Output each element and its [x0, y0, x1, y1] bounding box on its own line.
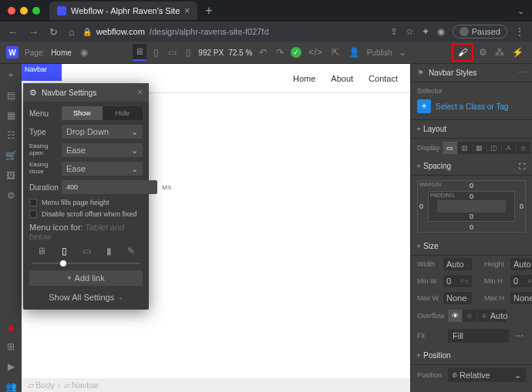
- publish-button[interactable]: Publish: [367, 49, 392, 57]
- publish-chevron-icon[interactable]: ⌄: [396, 45, 409, 60]
- window-minimize[interactable]: [20, 7, 28, 15]
- fills-height-checkbox[interactable]: [29, 199, 37, 206]
- mobile-landscape-icon[interactable]: ▭: [166, 45, 179, 60]
- tab-close-icon[interactable]: ×: [184, 5, 190, 16]
- window-maximize[interactable]: [32, 7, 40, 15]
- settings-icon[interactable]: ⚙: [7, 190, 15, 201]
- menu-show-toggle[interactable]: Show: [62, 106, 103, 120]
- selection-badge: Navbar: [22, 64, 62, 81]
- easing-open-select[interactable]: Ease⌄: [62, 143, 143, 157]
- add-element-icon[interactable]: +: [8, 70, 13, 81]
- canvas-width[interactable]: 992 PX: [198, 49, 224, 57]
- spacing-editor[interactable]: MARGIN PADDING 0 0 0 0 0 0: [417, 180, 526, 233]
- overflow-auto[interactable]: Auto: [492, 310, 506, 322]
- type-select[interactable]: Drop Down⌄: [62, 125, 143, 139]
- reload-button[interactable]: ↻: [49, 26, 58, 38]
- home-button[interactable]: ⌂: [69, 26, 75, 38]
- new-tab-button[interactable]: +: [205, 4, 212, 18]
- display-inline-block[interactable]: ◫: [487, 142, 501, 154]
- device-landscape-icon[interactable]: ▭: [82, 246, 91, 256]
- breakpoint-slider[interactable]: [32, 263, 140, 264]
- help-icon[interactable]: ⊞: [7, 341, 15, 352]
- device-edit-icon[interactable]: ✎: [127, 246, 135, 256]
- settings-panel-icon[interactable]: ⚙: [476, 45, 490, 60]
- ecommerce-icon[interactable]: 🛒: [5, 150, 17, 161]
- device-tablet-icon[interactable]: ▯: [62, 246, 67, 256]
- back-button[interactable]: ←: [8, 26, 18, 38]
- undo-icon[interactable]: ↶: [257, 45, 269, 60]
- desktop-breakpoint-icon[interactable]: 🖥: [133, 44, 146, 61]
- size-section-header[interactable]: ▾ Size: [411, 237, 532, 256]
- display-none[interactable]: ⦸: [517, 142, 530, 154]
- webflow-logo[interactable]: W: [6, 46, 19, 59]
- minw-input[interactable]: 0PX: [443, 275, 472, 287]
- share-icon-2[interactable]: 👤: [346, 45, 362, 60]
- forward-button[interactable]: →: [29, 26, 39, 38]
- minh-input[interactable]: 0PX: [510, 275, 532, 287]
- mobile-portrait-icon[interactable]: ▯: [184, 45, 194, 60]
- easing-close-select[interactable]: Ease⌄: [62, 162, 143, 176]
- display-block[interactable]: ▭: [443, 142, 457, 154]
- tablet-breakpoint-icon[interactable]: ▯: [151, 45, 161, 60]
- spacing-section-header[interactable]: ▾ Spacing ⛶: [411, 157, 532, 176]
- menu-hide-toggle[interactable]: Hide: [103, 106, 143, 120]
- chrome-chevron-icon[interactable]: ⌄: [517, 6, 524, 16]
- add-link-button[interactable]: + Add link: [29, 270, 143, 286]
- address-bar[interactable]: 🔒 webflow.com/design/alphr-ravens-site-f…: [82, 27, 382, 36]
- position-select[interactable]: ⎚ Relative⌄: [448, 368, 526, 382]
- pages-icon[interactable]: ▤: [7, 90, 15, 101]
- cms-icon[interactable]: ☷: [7, 130, 15, 141]
- navigator-icon[interactable]: ▦: [7, 110, 15, 121]
- display-flex[interactable]: ▥: [458, 142, 472, 154]
- breadcrumb-navbar[interactable]: ▱ Navbar: [64, 380, 99, 390]
- users-icon[interactable]: 👥: [5, 381, 17, 392]
- nav-link-about[interactable]: About: [331, 74, 353, 83]
- share-icon[interactable]: ⇪: [390, 26, 398, 37]
- breadcrumb-body[interactable]: ▱ Body: [28, 380, 55, 390]
- star-icon[interactable]: ☆: [406, 26, 414, 37]
- video-icon[interactable]: ▶: [8, 361, 15, 372]
- show-all-settings[interactable]: Show All Settings →: [29, 290, 143, 305]
- display-inline[interactable]: A: [502, 142, 516, 154]
- code-icon[interactable]: </>: [306, 45, 324, 60]
- browser-tab[interactable]: Webflow - Alphr Raven's Site ×: [49, 2, 197, 20]
- overflow-hidden[interactable]: ⦸: [463, 310, 476, 322]
- maxw-input[interactable]: None-: [443, 292, 472, 304]
- interactions-icon[interactable]: ⁂: [493, 45, 507, 60]
- position-section-header[interactable]: ▾ Position: [411, 347, 532, 365]
- effects-icon[interactable]: ⚡: [510, 45, 526, 60]
- duration-input[interactable]: [62, 180, 157, 194]
- preview-icon[interactable]: ◉: [78, 45, 90, 60]
- status-ok-icon[interactable]: ✓: [291, 47, 301, 58]
- assets-icon[interactable]: 🖼: [6, 170, 15, 181]
- export-icon[interactable]: ⇱: [329, 45, 342, 60]
- disable-scroll-checkbox[interactable]: [29, 210, 37, 218]
- overflow-scroll[interactable]: ≡: [477, 310, 491, 322]
- fit-select[interactable]: Fill: [448, 329, 509, 343]
- selector-input[interactable]: + Select a Class or Tag: [417, 98, 526, 115]
- fit-more-icon[interactable]: ⋯: [512, 328, 526, 343]
- page-name[interactable]: Home: [51, 49, 72, 57]
- layout-section-header[interactable]: ▾ Layout: [411, 120, 532, 139]
- spacing-expand-icon[interactable]: ⛶: [519, 162, 526, 170]
- device-desktop-icon[interactable]: 🖥: [37, 246, 46, 256]
- width-input[interactable]: Auto-: [443, 258, 472, 270]
- profile-paused[interactable]: Paused: [453, 25, 507, 39]
- close-icon[interactable]: ×: [137, 87, 143, 98]
- nav-link-contact[interactable]: Contact: [369, 74, 398, 83]
- device-mobile-icon[interactable]: ▮: [106, 246, 112, 256]
- adblock-icon[interactable]: ◉: [437, 26, 445, 37]
- nav-link-home[interactable]: Home: [293, 74, 315, 83]
- chrome-menu-icon[interactable]: ⋮: [515, 26, 524, 37]
- window-close[interactable]: [8, 7, 15, 15]
- audit-icon[interactable]: ◉: [8, 323, 15, 332]
- extensions-icon[interactable]: ✦: [422, 26, 429, 37]
- display-grid[interactable]: ▦: [473, 142, 487, 154]
- overflow-visible[interactable]: 👁: [448, 310, 462, 322]
- style-panel-toggle[interactable]: 🖌: [452, 43, 473, 62]
- height-input[interactable]: Auto-: [510, 258, 532, 270]
- panel-menu-icon[interactable]: ⋯: [517, 68, 526, 78]
- zoom-level[interactable]: 72.5 %: [228, 49, 252, 57]
- maxh-input[interactable]: None-: [510, 292, 532, 304]
- redo-icon[interactable]: ↷: [274, 45, 286, 60]
